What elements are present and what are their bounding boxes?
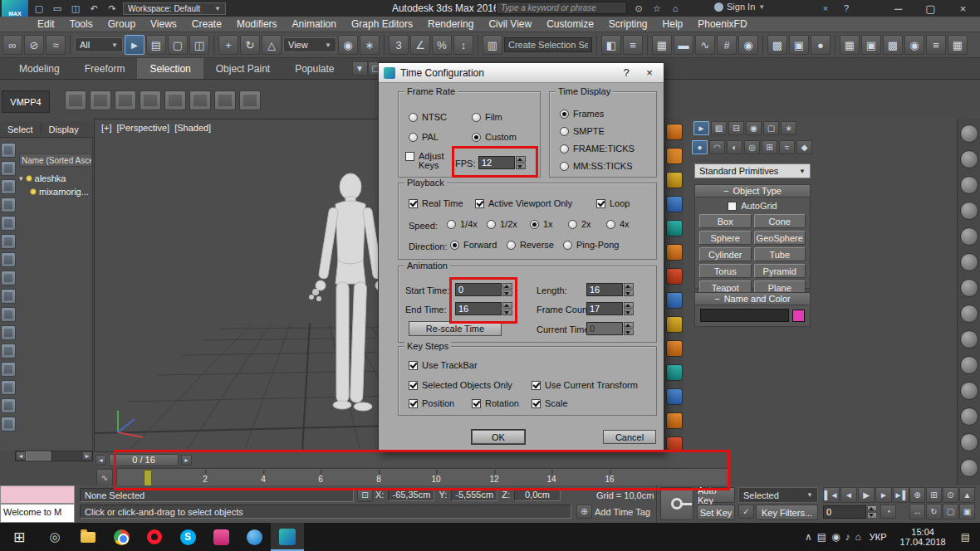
viewport-general-menu[interactable]: [+] bbox=[101, 123, 112, 133]
explorer-hscrollbar[interactable]: ◄ ► bbox=[15, 451, 93, 461]
menu-graph-editors[interactable]: Graph Editors bbox=[344, 17, 420, 32]
start-time-field[interactable]: 0 bbox=[455, 283, 512, 296]
selected-objects-only-checkbox[interactable]: Selected Objects Only bbox=[409, 380, 512, 390]
phoenixfd-toolbar-icon[interactable] bbox=[666, 292, 683, 309]
tree-item-aleshka[interactable]: ▾ aleshka bbox=[19, 172, 92, 185]
time-configuration-button[interactable]: ◔ bbox=[880, 505, 896, 519]
chrome-button[interactable] bbox=[105, 523, 138, 551]
tab-modify-icon[interactable]: ▧ bbox=[711, 121, 727, 135]
right-toolbar-icon[interactable] bbox=[960, 459, 978, 477]
toolbar-icon[interactable]: ▦ bbox=[948, 35, 968, 55]
app-button-blue[interactable] bbox=[238, 523, 271, 551]
zoom-extents-icon[interactable]: ⊙ bbox=[943, 487, 958, 503]
spinner[interactable] bbox=[516, 156, 526, 169]
help-icon[interactable]: ? bbox=[839, 2, 854, 15]
primitive-tube-button[interactable]: Tube bbox=[754, 247, 806, 261]
tab-display[interactable]: Display bbox=[42, 121, 86, 137]
phoenixfd-toolbar-icon[interactable] bbox=[666, 268, 683, 285]
skype-button[interactable]: S bbox=[171, 523, 204, 551]
right-toolbar-icon[interactable] bbox=[960, 124, 978, 143]
phoenixfd-toolbar-icon[interactable] bbox=[666, 388, 683, 405]
left-toolbar-icon[interactable] bbox=[1, 252, 16, 267]
notifications-icon[interactable]: ▤ bbox=[956, 531, 975, 543]
open-file-icon[interactable]: ▭ bbox=[50, 2, 65, 15]
radio-speed-4x[interactable]: 4x bbox=[606, 219, 630, 229]
z-coordinate-field[interactable]: 0,0cm bbox=[514, 488, 561, 501]
scrollbar-thumb[interactable] bbox=[26, 451, 51, 461]
object-color-swatch[interactable] bbox=[792, 310, 805, 322]
field-of-view-icon[interactable]: ▲ bbox=[959, 487, 975, 503]
menu-rendering[interactable]: Rendering bbox=[420, 17, 481, 32]
cortana-button[interactable]: ◎ bbox=[38, 523, 71, 551]
minimize-button[interactable]: ─ bbox=[882, 1, 914, 16]
clock[interactable]: 15:04 17.04.2018 bbox=[895, 527, 951, 547]
snaps-toggle-icon[interactable]: 3 bbox=[389, 35, 409, 55]
curve-editor-icon[interactable]: ∿ bbox=[695, 35, 715, 55]
toolbar-icon[interactable] bbox=[189, 90, 211, 110]
set-key-button[interactable]: Set Key bbox=[697, 505, 735, 520]
toolbar-icon[interactable]: ▣ bbox=[861, 35, 881, 55]
phoenixfd-toolbar-icon[interactable] bbox=[666, 220, 683, 236]
tab-motion-icon[interactable]: ◉ bbox=[746, 121, 762, 135]
add-time-tag-icon[interactable]: ⊕ bbox=[576, 505, 592, 519]
key-filters-button[interactable]: Key Filters... bbox=[756, 505, 818, 520]
left-toolbar-icon[interactable] bbox=[1, 234, 16, 249]
toolbar-icon[interactable]: ▦ bbox=[840, 35, 860, 55]
tab-selection[interactable]: Selection bbox=[137, 58, 203, 79]
reference-coordsys-dropdown[interactable]: View ▼ bbox=[283, 37, 336, 52]
viewport-shading-menu[interactable]: [Shaded] bbox=[174, 123, 211, 133]
favorites-icon[interactable]: ☆ bbox=[649, 2, 664, 15]
workspace-dropdown[interactable]: Workspace: Default ▼ bbox=[123, 2, 226, 15]
language-indicator[interactable]: УКР bbox=[866, 532, 890, 542]
right-toolbar-icon[interactable] bbox=[960, 279, 978, 297]
pan-icon[interactable]: ↔ bbox=[909, 504, 925, 519]
app-button-pink[interactable] bbox=[204, 523, 238, 551]
primitive-box-button[interactable]: Box bbox=[699, 214, 752, 228]
tab-display-icon[interactable]: ▢ bbox=[763, 121, 779, 135]
toolbar-icon[interactable] bbox=[90, 90, 111, 110]
left-toolbar-icon[interactable] bbox=[1, 307, 16, 322]
spacewarps-category-icon[interactable]: ≈ bbox=[779, 140, 795, 154]
radio-pal[interactable]: PAL bbox=[409, 132, 439, 142]
geometry-category-icon[interactable]: ● bbox=[692, 140, 708, 154]
angle-snap-icon[interactable]: ∠ bbox=[410, 35, 430, 55]
menu-tools[interactable]: Tools bbox=[62, 17, 100, 32]
radio-film[interactable]: Film bbox=[472, 112, 502, 122]
menu-civil-view[interactable]: Civil View bbox=[481, 17, 539, 32]
radio-frames[interactable]: Frames bbox=[560, 109, 604, 119]
rectangular-selection-region-icon[interactable]: ▢ bbox=[168, 35, 188, 55]
home-icon[interactable]: ⌂ bbox=[668, 2, 683, 15]
toolbar-icon[interactable] bbox=[115, 90, 136, 110]
tab-utilities-icon[interactable]: ∗ bbox=[781, 121, 796, 135]
right-toolbar-icon[interactable] bbox=[960, 330, 978, 349]
spinner[interactable] bbox=[502, 283, 512, 296]
primitive-cylinder-button[interactable]: Cylinder bbox=[699, 247, 752, 261]
primitive-geosphere-button[interactable]: GeoSphere bbox=[754, 231, 806, 245]
tray-icon[interactable]: ⌂ bbox=[855, 531, 861, 543]
menu-create[interactable]: Create bbox=[184, 17, 229, 32]
unlink-selection-icon[interactable]: ⊘ bbox=[24, 35, 44, 55]
primitive-cone-button[interactable]: Cone bbox=[754, 214, 806, 228]
scroll-left-icon[interactable]: ◄ bbox=[16, 451, 26, 461]
radio-smpte[interactable]: SMPTE bbox=[560, 126, 605, 136]
use-pivot-point-icon[interactable]: ◉ bbox=[338, 35, 358, 55]
previous-frame-icon[interactable]: ◄ bbox=[840, 487, 857, 503]
phoenixfd-toolbar-icon[interactable] bbox=[666, 316, 683, 333]
maximize-button[interactable]: ▢ bbox=[914, 1, 947, 16]
play-icon[interactable]: ▶ bbox=[858, 487, 875, 503]
left-toolbar-icon[interactable] bbox=[1, 271, 16, 285]
search-input[interactable] bbox=[496, 2, 627, 14]
menu-animation[interactable]: Animation bbox=[285, 17, 344, 32]
tray-expand-icon[interactable]: ∧ bbox=[805, 531, 812, 543]
time-slider-handle[interactable]: 0 / 16 bbox=[109, 454, 179, 466]
fps-field[interactable]: 12 bbox=[478, 156, 526, 169]
sign-in-menu[interactable]: Sign In ▼ bbox=[714, 2, 765, 12]
file-explorer-button[interactable] bbox=[71, 523, 105, 551]
selection-lock-icon[interactable]: ⊡ bbox=[357, 488, 373, 502]
tab-freeform[interactable]: Freeform bbox=[72, 58, 138, 79]
spinner[interactable] bbox=[867, 505, 877, 519]
radio-reverse[interactable]: Reverse bbox=[507, 240, 554, 250]
left-toolbar-icon[interactable] bbox=[1, 344, 16, 358]
tab-modeling[interactable]: Modeling bbox=[7, 58, 72, 79]
time-forward-icon[interactable]: ► bbox=[181, 455, 192, 466]
